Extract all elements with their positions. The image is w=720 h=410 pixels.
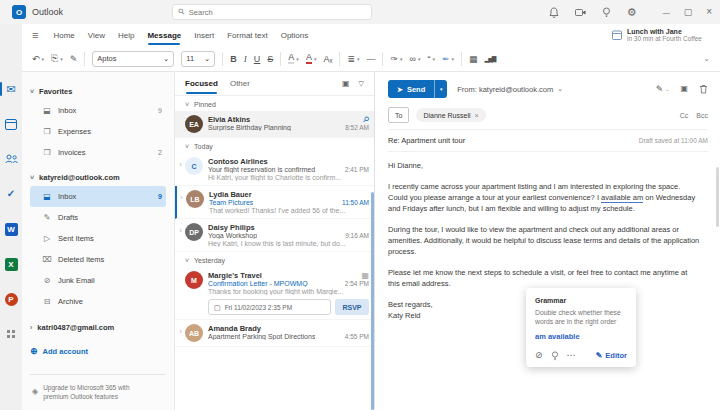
favorite-invoices[interactable]: ❒Invoices2 <box>30 142 166 163</box>
folder-junk-email[interactable]: ⊘Junk Email <box>30 270 166 291</box>
tab-other[interactable]: Other <box>230 79 250 88</box>
lightbulb-icon[interactable] <box>551 351 559 361</box>
rail-powerpoint-button[interactable]: P <box>0 290 22 308</box>
list-item[interactable]: EA Elvia Atkins⚲ Surprise Birthday Plann… <box>175 111 374 138</box>
toolbar-more-button[interactable]: ⌄ <box>703 54 710 63</box>
message-body[interactable]: Hi Dianne, I recently came across your a… <box>388 160 708 321</box>
list-item-selected[interactable]: › LB Lydia Bauer Team Pictures11:50 AM T… <box>175 186 374 219</box>
group-header-yesterday[interactable]: ˅Yesterday <box>175 252 374 267</box>
folder-drafts[interactable]: ✎Drafts <box>30 207 166 228</box>
send-split-button[interactable]: ➤Send ▾ <box>388 80 447 98</box>
group-header-pinned[interactable]: ˅Pinned <box>175 96 374 111</box>
search-input[interactable] <box>189 8 365 17</box>
chart-button[interactable]: ▂▅▇ <box>485 55 496 62</box>
list-item[interactable]: › C Contoso Airlines Your flight reserva… <box>175 153 374 186</box>
compose-scrollbar[interactable] <box>716 167 719 227</box>
chevron-right-icon[interactable]: › <box>176 157 185 181</box>
favorite-expenses[interactable]: ❒Expenses <box>30 121 166 142</box>
rail-mail-button[interactable]: ✉ <box>0 80 22 98</box>
list-item[interactable]: › AB Amanda Brady Apartment Parking Spot… <box>175 320 374 347</box>
filter-icon[interactable]: ▽ <box>359 80 364 88</box>
strikethrough-button[interactable]: S <box>267 54 273 64</box>
account-gmail-header[interactable]: ›katri0487@gmail.com <box>30 318 166 336</box>
editor-pen-button[interactable]: ✎⌄ <box>656 84 670 94</box>
undo-button[interactable]: ↶▾ <box>32 54 44 64</box>
discard-trash-icon[interactable] <box>699 84 708 94</box>
chevron-right-icon[interactable]: › <box>176 223 185 247</box>
format-painter-button[interactable]: ✎ <box>70 54 78 64</box>
add-account-button[interactable]: ⊕Add account <box>30 340 166 362</box>
quote-button[interactable]: “▾ <box>427 54 435 64</box>
meeting-date-box[interactable]: ▢Fri 11/02/2023 2:35 PM <box>208 299 331 315</box>
subject-field[interactable]: Re: Apartment unit tour <box>388 136 465 145</box>
clear-formatting-button[interactable]: Aₓ <box>323 54 332 64</box>
more-options-icon[interactable]: ⋯ <box>567 351 576 360</box>
settings-gear-icon[interactable]: ⚙ <box>627 7 637 18</box>
folder-inbox[interactable]: ⬓Inbox9 <box>30 186 166 207</box>
cc-button[interactable]: Cc <box>680 112 689 119</box>
bold-button[interactable]: B <box>230 54 237 64</box>
maximize-button[interactable]: ▢ <box>684 8 693 17</box>
list-scrollbar[interactable] <box>371 192 374 410</box>
from-selector[interactable]: From: katyreid@outlook.com⌄ <box>457 85 563 94</box>
hamburger-menu-icon[interactable]: ≡ <box>32 30 38 41</box>
tab-message[interactable]: Message <box>147 31 181 40</box>
link-button[interactable]: ∞▾ <box>410 54 421 64</box>
favorite-inbox[interactable]: ⬓Inbox9 <box>30 100 166 121</box>
select-all-icon[interactable]: ▣ <box>342 80 350 88</box>
to-button[interactable]: To <box>388 107 409 123</box>
font-color-button[interactable]: A▾ <box>306 53 317 64</box>
tab-options[interactable]: Options <box>281 31 309 40</box>
highlight-color-button[interactable]: A▾ <box>288 53 299 64</box>
grammar-flagged-text[interactable]: available am <box>601 193 643 203</box>
close-button[interactable]: × <box>706 7 712 17</box>
bcc-button[interactable]: Bcc <box>696 112 708 119</box>
meeting-reminder[interactable]: Lunch with Jane in 30 min at Fourth Coff… <box>612 28 710 42</box>
rsvp-button[interactable]: RSVP <box>335 299 369 315</box>
italic-button[interactable]: I <box>244 54 247 64</box>
paste-button[interactable]: ⎘▾ <box>51 53 63 64</box>
tab-help[interactable]: Help <box>118 31 134 40</box>
rail-people-button[interactable] <box>0 150 22 168</box>
list-item[interactable]: › DP Daisy Philips Yoga Workshop9:16 AM … <box>175 219 374 252</box>
tab-view[interactable]: View <box>88 31 105 40</box>
recipient-chip[interactable]: Dianne Russell× <box>416 108 485 122</box>
popout-icon[interactable]: ▣ <box>680 85 688 93</box>
font-name-select[interactable]: Aptos⌄ <box>92 51 174 67</box>
table-button[interactable]: ▦ <box>469 54 478 64</box>
grammar-suggestion-link[interactable]: am available <box>535 331 627 342</box>
folder-sent-items[interactable]: ▷Sent Items <box>30 228 166 249</box>
remove-recipient-icon[interactable]: × <box>475 112 479 119</box>
horizontal-rule-button[interactable]: — <box>366 54 375 64</box>
group-header-today[interactable]: ˅Today <box>175 138 374 153</box>
tab-format-text[interactable]: Format text <box>227 31 267 40</box>
tab-home[interactable]: Home <box>53 31 74 40</box>
chevron-right-icon[interactable]: › <box>177 190 186 214</box>
chevron-right-icon[interactable]: › <box>176 324 185 342</box>
ink-button[interactable]: ✒▾ <box>442 54 454 64</box>
tab-focused[interactable]: Focused <box>185 79 218 88</box>
list-item[interactable]: M Margie's Travel▦ Confirmation Letter -… <box>175 267 374 320</box>
minimize-button[interactable]: — <box>663 9 670 16</box>
rail-excel-button[interactable]: X <box>0 255 22 273</box>
search-box[interactable]: ⚲ <box>172 4 372 20</box>
account-outlook-header[interactable]: ˅katyreid@outlook.com <box>30 168 166 186</box>
rail-todo-button[interactable]: ✓ <box>0 185 22 203</box>
rail-apps-button[interactable] <box>0 325 22 343</box>
folder-archive[interactable]: ⊟Archive <box>30 291 166 312</box>
tab-insert[interactable]: Insert <box>194 31 214 40</box>
underline-button[interactable]: U <box>254 54 261 64</box>
pen-button[interactable]: ✑▾ <box>390 54 402 64</box>
notifications-bell-icon[interactable] <box>549 7 559 18</box>
tips-lightbulb-icon[interactable] <box>602 7 611 18</box>
upgrade-note[interactable]: ◈Upgrade to Microsoft 365 with premium O… <box>30 374 166 410</box>
editor-button[interactable]: ✎Editor <box>596 350 627 361</box>
ignore-icon[interactable]: ⊘ <box>535 351 543 360</box>
rail-calendar-button[interactable] <box>0 115 22 133</box>
meet-now-icon[interactable] <box>575 8 586 17</box>
favorites-header[interactable]: ˅Favorites <box>30 82 166 100</box>
font-size-select[interactable]: 11⌄ <box>181 51 215 67</box>
send-dropdown[interactable]: ▾ <box>434 80 447 98</box>
list-button[interactable]: ≣▾ <box>347 54 359 64</box>
folder-deleted-items[interactable]: ⌧Deleted Items <box>30 249 166 270</box>
